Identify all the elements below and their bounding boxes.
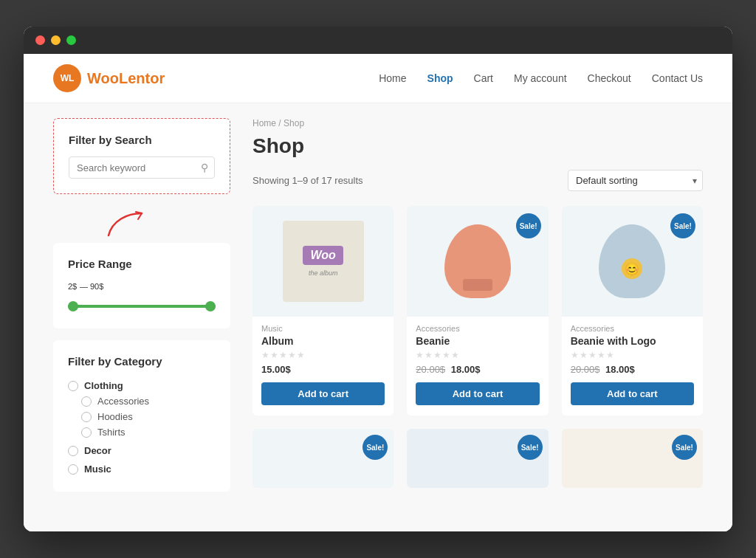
price-max: 90$	[90, 282, 103, 291]
search-input[interactable]	[77, 162, 201, 173]
product-price-beanie: 20.00$ 18.00$	[416, 364, 539, 375]
main-layout: Filter by Search ⚲ Price Range	[24, 103, 732, 531]
product-name-beanie: Beanie	[416, 335, 539, 347]
radio-music[interactable]	[68, 464, 78, 475]
maximize-button[interactable]	[66, 35, 76, 45]
nav-shop[interactable]: Shop	[427, 72, 453, 84]
star-2: ★	[425, 350, 433, 360]
shop-toolbar: Showing 1–9 of 17 results Default sortin…	[252, 170, 703, 191]
partial-product-2: Sale!	[407, 429, 548, 488]
logo[interactable]: WL WooLentor	[53, 64, 165, 92]
category-decor[interactable]: Decor	[68, 443, 216, 458]
add-to-cart-beanie[interactable]: Add to cart	[416, 382, 539, 405]
sort-select[interactable]: Default sorting Sort by popularity Sort …	[568, 170, 703, 191]
browser-content: WL WooLentor Home Shop Cart My account C…	[24, 54, 732, 531]
category-hoodies[interactable]: Hoodies	[68, 409, 216, 424]
price-old-beanie-logo: 20.00$	[571, 364, 600, 375]
nav-my-account[interactable]: My account	[514, 72, 567, 84]
partial-product-3: Sale!	[562, 429, 703, 488]
star-4: ★	[288, 350, 296, 360]
price-range-title: Price Range	[68, 258, 216, 270]
star-4: ★	[597, 350, 605, 360]
product-price-album: 15.00$	[261, 364, 385, 375]
category-clothing[interactable]: Clothing	[68, 378, 216, 393]
price-old-beanie: 20.00$	[416, 364, 445, 375]
logo-initials: WL	[61, 73, 75, 83]
product-card-beanie-logo: 😊 Sale! Accessories Beanie with Logo ★ ★…	[562, 206, 703, 416]
product-category-beanie: Accessories	[416, 324, 539, 333]
nav-cart[interactable]: Cart	[474, 72, 493, 84]
site-nav: Home Shop Cart My account Checkout Conta…	[379, 72, 703, 84]
category-music-label: Music	[84, 464, 111, 475]
browser-window: WL WooLentor Home Shop Cart My account C…	[24, 27, 732, 531]
product-info-beanie-logo: Accessories Beanie with Logo ★ ★ ★ ★ ★ 2…	[562, 317, 703, 416]
search-box: ⚲	[69, 156, 215, 179]
radio-tshirts[interactable]	[81, 427, 92, 438]
filter-search-title: Filter by Search	[69, 134, 215, 146]
titlebar	[24, 27, 732, 54]
woo-badge: Woo	[303, 246, 343, 265]
star-1: ★	[261, 350, 269, 360]
star-4: ★	[442, 350, 450, 360]
product-stars-beanie-logo: ★ ★ ★ ★ ★	[571, 350, 694, 360]
product-row-bottom: Sale! Sale! Sale!	[252, 429, 703, 488]
price-dash: —	[80, 282, 90, 291]
add-to-cart-beanie-logo[interactable]: Add to cart	[571, 382, 694, 405]
sale-badge-partial-3: Sale!	[672, 435, 697, 460]
product-price-beanie-logo: 20.00$ 18.00$	[571, 364, 694, 375]
price-sale-beanie: 18.00$	[451, 364, 481, 375]
product-card-beanie: Sale! Accessories Beanie ★ ★ ★ ★ ★	[407, 206, 548, 416]
beanie-brim	[463, 279, 492, 291]
nav-contact-us[interactable]: Contact Us	[652, 72, 703, 84]
breadcrumb-home[interactable]: Home	[252, 118, 276, 128]
site-header: WL WooLentor Home Shop Cart My account C…	[24, 54, 732, 103]
sidebar: Filter by Search ⚲ Price Range	[53, 118, 230, 509]
logo-text: WooLentor	[87, 70, 165, 87]
star-3: ★	[433, 350, 441, 360]
range-track	[68, 305, 216, 308]
search-icon[interactable]: ⚲	[201, 162, 208, 173]
logo-icon: WL	[53, 64, 81, 92]
minimize-button[interactable]	[51, 35, 61, 45]
beanie-image	[444, 224, 511, 298]
product-stars-album: ★ ★ ★ ★ ★	[261, 350, 385, 360]
star-5: ★	[297, 350, 305, 360]
category-tshirts[interactable]: Tshirts	[68, 424, 216, 440]
filter-search-widget: Filter by Search ⚲	[53, 118, 230, 194]
results-count: Showing 1–9 of 17 results	[252, 175, 363, 186]
album-subtitle: the album	[309, 269, 338, 277]
nav-checkout[interactable]: Checkout	[588, 72, 631, 84]
range-thumb-left[interactable]	[68, 301, 78, 311]
range-thumb-right[interactable]	[205, 301, 216, 311]
range-slider[interactable]	[68, 299, 216, 314]
category-list: Clothing Accessories Hoodies Tshirt	[68, 378, 216, 477]
sale-badge-beanie: Sale!	[516, 213, 541, 238]
price-regular-album: 15.00$	[261, 364, 291, 375]
radio-decor[interactable]	[68, 446, 78, 456]
close-button[interactable]	[35, 35, 45, 45]
nav-home[interactable]: Home	[379, 72, 406, 84]
star-3: ★	[588, 350, 597, 360]
logo-woo: Woo	[87, 70, 119, 86]
album-art: Woo the album	[283, 221, 364, 302]
radio-accessories[interactable]	[81, 396, 92, 407]
product-card-album: Woo the album Music Album ★ ★ ★ ★	[252, 206, 394, 416]
sale-badge-beanie-logo: Sale!	[670, 213, 695, 238]
beanie-logo-image: 😊	[599, 224, 665, 298]
add-to-cart-album[interactable]: Add to cart	[261, 382, 385, 405]
annotation-arrow	[97, 206, 157, 243]
price-range-values: 2$ — 90$	[68, 280, 216, 292]
product-name-album: Album	[261, 335, 385, 347]
product-stars-beanie: ★ ★ ★ ★ ★	[416, 350, 539, 360]
product-info-album: Music Album ★ ★ ★ ★ ★ 15.00$	[252, 317, 394, 416]
category-music[interactable]: Music	[68, 461, 216, 477]
radio-hoodies[interactable]	[81, 412, 92, 422]
product-name-beanie-logo: Beanie with Logo	[571, 335, 694, 347]
price-min: 2$	[68, 282, 77, 291]
product-info-beanie: Accessories Beanie ★ ★ ★ ★ ★ 20.00$	[407, 317, 548, 416]
product-image-beanie: Sale!	[407, 206, 548, 317]
sort-wrapper: Default sorting Sort by popularity Sort …	[568, 170, 703, 191]
category-accessories[interactable]: Accessories	[68, 393, 216, 409]
radio-clothing[interactable]	[68, 381, 78, 391]
product-image-album: Woo the album	[252, 206, 394, 317]
